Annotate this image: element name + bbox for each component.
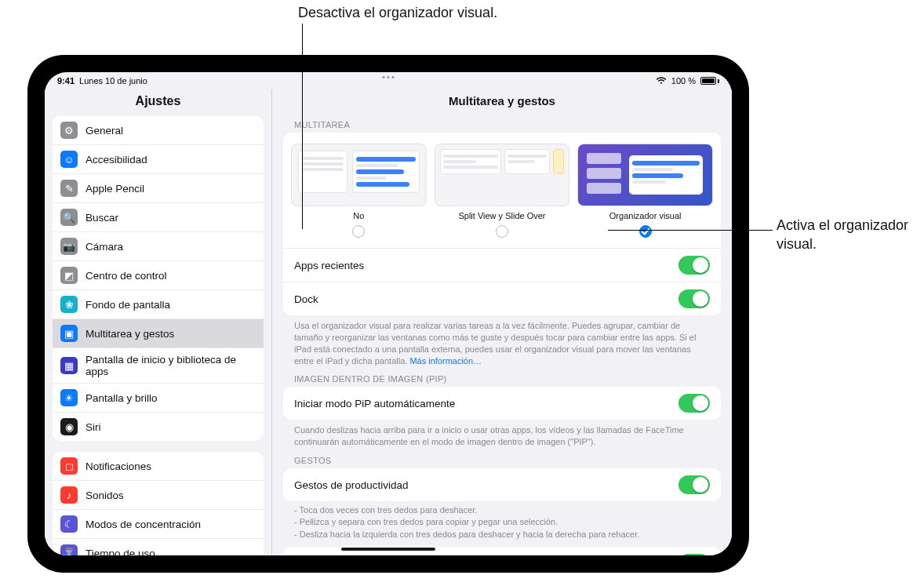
mt-option-off[interactable]: No [291, 144, 427, 240]
mt-option-split[interactable]: Split View y Slide Over [435, 144, 570, 240]
sidebar-item-label: Apple Pencil [85, 183, 144, 195]
wifi-icon [656, 77, 667, 85]
pantalla-inicio-icon: ▦ [60, 357, 78, 374]
mt-radio-off[interactable] [352, 225, 365, 238]
sidebar-item-siri[interactable]: ◉Siri [53, 412, 264, 441]
sidebar-item-label: Accesibilidad [85, 154, 147, 166]
sidebar-item-centro-control[interactable]: ◩Centro de control [53, 260, 264, 289]
sidebar-item-tiempo-uso[interactable]: ⌛Tiempo de uso [53, 538, 264, 555]
mt-radio-split[interactable] [496, 225, 508, 238]
sidebar-item-pantalla-brillo[interactable]: ☀Pantalla y brillo [53, 383, 264, 412]
detail-pane: Multitarea y gestos MULTITAREA [272, 89, 732, 555]
home-indicator[interactable] [341, 548, 435, 551]
multitasking-options-card: No [283, 133, 721, 315]
sidebar-item-multitarea-gestos[interactable]: ▣Multitarea y gestos [53, 318, 264, 348]
sidebar-item-concentracion[interactable]: ☾Modos de concentración [53, 509, 264, 538]
settings-sidebar: Ajustes ⚙General☺Accesibilidad✎Apple Pen… [45, 89, 272, 555]
toggle-apps-recientes[interactable] [678, 256, 710, 275]
sidebar-item-label: Pantalla y brillo [85, 392, 158, 404]
sidebar-item-apple-pencil[interactable]: ✎Apple Pencil [53, 173, 264, 202]
sidebar-item-label: Notificaciones [85, 460, 151, 472]
sidebar-item-label: Modos de concentración [85, 519, 201, 530]
detail-title: Multitarea y gestos [272, 89, 732, 114]
sidebar-item-label: Fondo de pantalla [85, 299, 170, 311]
mt-radio-stage[interactable] [639, 225, 652, 238]
sidebar-item-accesibilidad[interactable]: ☺Accesibilidad [53, 144, 264, 173]
pip-footer: Cuando deslizas hacia arriba para ir a i… [283, 420, 721, 450]
toggle-dock[interactable] [678, 289, 710, 308]
toggle-pip[interactable] [678, 394, 710, 413]
status-bar: 9:41 Lunes 10 de junio 100 % [45, 72, 732, 89]
sidebar-group: ◻Notificaciones♪Sonidos☾Modos de concent… [53, 452, 264, 555]
multitask-dots[interactable] [383, 76, 395, 78]
sidebar-item-notificaciones[interactable]: ◻Notificaciones [53, 452, 264, 480]
pip-card: Iniciar modo PiP automáticamente [283, 387, 721, 420]
sidebar-item-sonidos[interactable]: ♪Sonidos [53, 480, 264, 509]
status-date: Lunes 10 de junio [79, 76, 147, 86]
toggle-gestos-prod[interactable] [678, 475, 710, 494]
mt-thumb-off [291, 144, 427, 206]
pantalla-brillo-icon: ☀ [60, 389, 78, 406]
sidebar-item-label: Multitarea y gestos [85, 328, 174, 340]
multitarea-gestos-icon: ▣ [60, 325, 78, 342]
callout-line-right [608, 230, 773, 231]
sonidos-icon: ♪ [60, 486, 78, 504]
sidebar-item-label: Tiempo de uso [85, 548, 155, 556]
sidebar-item-pantalla-inicio[interactable]: ▦Pantalla de inicio y biblioteca de apps [53, 348, 264, 383]
gestos-prod-bullets: - Toca dos veces con tres dedos para des… [283, 501, 721, 547]
sidebar-item-fondo-pantalla[interactable]: ❀Fondo de pantalla [53, 289, 264, 318]
general-icon: ⚙ [60, 122, 78, 139]
status-time: 9:41 [57, 76, 75, 86]
sidebar-item-label: Siri [85, 421, 101, 433]
sidebar-item-general[interactable]: ⚙General [53, 116, 264, 144]
row-pip: Iniciar modo PiP automáticamente [283, 387, 721, 420]
sidebar-item-label: General [85, 125, 123, 136]
mt-thumb-split [435, 144, 570, 206]
more-info-link[interactable]: Más información… [409, 356, 482, 366]
sidebar-title: Ajustes [45, 89, 271, 116]
multitasking-footer: Usa el organizador visual para realizar … [283, 315, 721, 368]
centro-control-icon: ◩ [60, 267, 78, 284]
sidebar-item-label: Sonidos [85, 490, 124, 501]
buscar-icon: 🔍 [60, 209, 78, 226]
notificaciones-icon: ◻ [60, 457, 78, 475]
mt-label-split: Split View y Slide Over [435, 211, 570, 220]
concentracion-icon: ☾ [60, 515, 78, 533]
sidebar-item-label: Cámara [85, 241, 123, 253]
row-gestos-prod: Gestos de productividad [283, 468, 721, 501]
callout-on-label: Activa el organizador visual. [777, 216, 910, 254]
section-pip-header: IMAGEN DENTRO DE IMAGEN (PIP) [283, 368, 721, 387]
row-gestos-prod-label: Gestos de productividad [294, 479, 409, 491]
row-apps-recientes-label: Apps recientes [294, 260, 364, 271]
row-dock: Dock [283, 282, 721, 315]
ipad-frame: 9:41 Lunes 10 de junio 100 % Ajustes ⚙Ge… [27, 55, 749, 573]
battery-text: 100 % [671, 76, 696, 86]
callout-off-label: Desactiva el organizador visual. [298, 3, 497, 22]
mt-option-stage[interactable]: Organizador visual [577, 144, 713, 240]
accesibilidad-icon: ☺ [60, 151, 78, 168]
camara-icon: 📷 [60, 238, 78, 255]
mt-label-off: No [291, 211, 427, 220]
tiempo-uso-icon: ⌛ [60, 544, 78, 555]
section-gestos-header: GESTOS [283, 450, 721, 468]
row-apps-recientes: Apps recientes [283, 248, 721, 282]
apple-pencil-icon: ✎ [60, 180, 78, 197]
sidebar-item-camara[interactable]: 📷Cámara [53, 231, 264, 260]
sidebar-item-label: Pantalla de inicio y biblioteca de apps [85, 354, 256, 377]
section-multitarea-header: MULTITAREA [283, 114, 721, 133]
battery-icon [700, 77, 719, 85]
detail-scroll[interactable]: MULTITAREA No [272, 114, 732, 555]
callout-line-top [302, 24, 303, 229]
fondo-pantalla-icon: ❀ [60, 296, 78, 313]
sidebar-scroll[interactable]: ⚙General☺Accesibilidad✎Apple Pencil🔍Busc… [45, 116, 271, 555]
sidebar-item-label: Centro de control [85, 270, 167, 282]
sidebar-group: ⚙General☺Accesibilidad✎Apple Pencil🔍Busc… [53, 116, 264, 441]
sidebar-item-buscar[interactable]: 🔍Buscar [53, 202, 264, 231]
toggle-gestos-45[interactable] [678, 554, 710, 555]
siri-icon: ◉ [60, 418, 78, 435]
screen: 9:41 Lunes 10 de junio 100 % Ajustes ⚙Ge… [45, 72, 732, 555]
mt-thumb-stage [577, 144, 713, 206]
row-pip-label: Iniciar modo PiP automáticamente [294, 398, 455, 409]
mt-label-stage: Organizador visual [577, 211, 713, 220]
row-dock-label: Dock [294, 293, 318, 305]
